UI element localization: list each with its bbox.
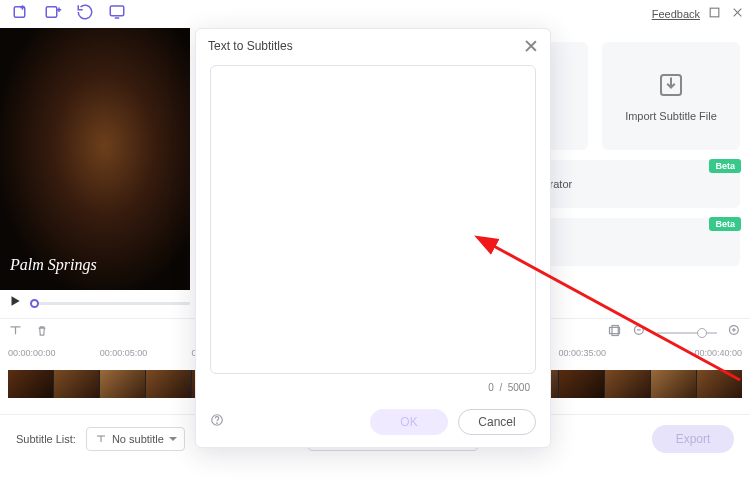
text-to-subtitles-dialog: Text to Subtitles 0 / 5000 OK Cancel [195,28,551,448]
video-watermark: Palm Springs [10,256,97,274]
close-icon[interactable] [524,39,538,53]
zoom-slider[interactable] [657,332,717,334]
rotate-icon[interactable] [76,3,94,25]
feedback-link[interactable]: Feedback [652,8,700,20]
screen-icon[interactable] [108,3,126,25]
subtitle-icon [95,433,107,445]
svg-marker-14 [12,296,20,305]
ruler-tick: 00:00:00:00 [8,348,100,366]
add-media-icon[interactable] [12,3,30,25]
card-import-subtitle-file[interactable]: Import Subtitle File [602,42,740,150]
video-preview[interactable]: Palm Springs [0,28,190,290]
card-import-label: Import Subtitle File [625,110,717,122]
svg-rect-8 [710,8,719,17]
ruler-tick: 00:00:40:00 [650,348,742,366]
window-restore-icon[interactable] [708,5,721,23]
import-file-icon [656,70,686,100]
help-icon[interactable] [210,413,224,431]
ruler-tick: 00:00:05:00 [100,348,192,366]
ok-button[interactable]: OK [370,409,448,435]
char-counter: 0 / 5000 [196,382,550,403]
window-close-icon[interactable] [731,5,744,23]
play-icon[interactable] [8,294,22,312]
svg-point-25 [217,423,218,424]
aspect-icon[interactable] [607,323,622,342]
svg-rect-6 [110,6,124,16]
svg-rect-3 [46,7,57,18]
add-folder-icon[interactable] [44,3,62,25]
subtitle-list-select[interactable]: No subtitle [86,427,185,451]
zoom-in-icon[interactable] [727,323,742,342]
delete-icon[interactable] [35,324,49,342]
subtitle-list-label: Subtitle List: [16,433,76,445]
zoom-out-icon[interactable] [632,323,647,342]
beta-badge: Beta [709,159,741,173]
beta-badge: Beta [709,217,741,231]
ruler-tick: 00:00:35:00 [559,348,651,366]
dialog-title: Text to Subtitles [208,39,293,53]
subtitle-text-input[interactable] [210,65,536,374]
cancel-button[interactable]: Cancel [458,409,536,435]
player-seekbar[interactable] [30,302,190,305]
subtitle-list-value: No subtitle [112,433,164,445]
top-toolbar: Feedback [0,0,750,28]
export-button[interactable]: Export [652,425,734,453]
text-tool-icon[interactable] [8,323,23,342]
